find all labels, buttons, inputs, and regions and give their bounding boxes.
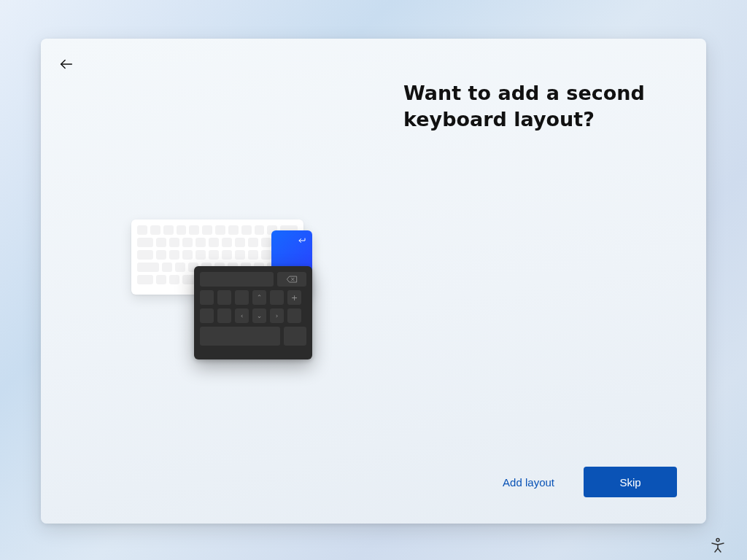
accessibility-icon	[709, 537, 727, 554]
chevron-up-icon: ⌃	[257, 295, 263, 301]
chevron-left-icon: ‹	[241, 313, 244, 319]
back-button[interactable]	[55, 53, 77, 75]
dark-keypad: ⌃+ ‹⌄›	[194, 266, 312, 359]
button-row: Add layout Skip	[500, 467, 677, 497]
page-title: Want to add a second keyboard layout?	[403, 80, 688, 133]
back-arrow-icon	[58, 56, 74, 72]
plus-icon: +	[291, 294, 298, 302]
erase-icon	[286, 275, 298, 284]
keyboard-illustration: ⌃+ ‹⌄›	[131, 219, 322, 358]
chevron-down-icon: ⌄	[257, 313, 263, 319]
accessibility-button[interactable]	[709, 537, 727, 554]
enter-icon	[298, 236, 306, 245]
chevron-right-icon: ›	[276, 313, 279, 319]
add-layout-button[interactable]: Add layout	[500, 470, 557, 494]
setup-card: Want to add a second keyboard layout?	[41, 39, 706, 524]
skip-button[interactable]: Skip	[584, 467, 677, 497]
svg-point-3	[716, 539, 719, 542]
